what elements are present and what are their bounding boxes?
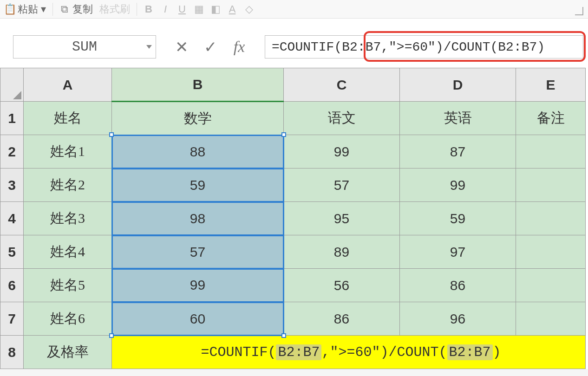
dialog-launcher-icon[interactable] <box>575 7 583 15</box>
col-header-C[interactable]: C <box>284 68 400 102</box>
cell-value: 60 <box>190 311 205 326</box>
cell[interactable]: 97 <box>400 235 516 269</box>
table-row: 6 姓名5 99 56 86 <box>0 269 586 302</box>
grid[interactable]: A B C D E 1 姓名 数学 语文 英语 备注 2 姓名1 88 99 8… <box>0 68 586 369</box>
cell[interactable]: 86 <box>400 269 516 302</box>
separator <box>52 3 53 16</box>
eraser-icon[interactable]: ◇ <box>244 4 254 14</box>
copy-button[interactable]: ⧉ 复制 <box>59 2 93 16</box>
formula-bar: SUM ✕ ✓ fx =COUNTIF(B2:B7,">=60")/COUNT(… <box>0 19 588 63</box>
cell[interactable]: 语文 <box>284 102 400 135</box>
cell[interactable] <box>516 235 586 269</box>
select-all-corner[interactable] <box>0 68 24 102</box>
paste-label: 粘贴 <box>18 2 38 16</box>
col-header-D[interactable]: D <box>400 68 516 102</box>
cell[interactable]: 姓名 <box>24 102 112 135</box>
col-header-A[interactable]: A <box>24 68 112 102</box>
formula-seg: ) <box>493 344 501 360</box>
formula-input[interactable]: =COUNTIF(B2:B7,">=60")/COUNT(B2:B7) <box>265 35 583 58</box>
col-header-E[interactable]: E <box>516 68 586 102</box>
cell[interactable] <box>516 302 586 336</box>
cell[interactable]: 87 <box>400 135 516 169</box>
cell[interactable]: 姓名3 <box>24 202 112 235</box>
ribbon-toolbar: 📋 粘贴 ▾ ⧉ 复制 格式刷 B I U ▦ ◧ A ◇ <box>0 0 588 19</box>
formula-bar-buttons: ✕ ✓ fx <box>173 35 248 58</box>
cell[interactable]: 59 <box>400 202 516 235</box>
active-formula-cell[interactable]: =COUNTIF(B2:B7,">=60")/COUNT(B2:B7) <box>112 336 586 369</box>
cell[interactable]: 姓名2 <box>24 169 112 202</box>
underline-icon[interactable]: U <box>177 4 187 14</box>
format-painter-label: 格式刷 <box>99 2 130 16</box>
cell[interactable]: 60 <box>112 302 284 336</box>
row-header[interactable]: 4 <box>0 202 24 235</box>
italic-icon[interactable]: I <box>160 4 170 14</box>
bold-icon[interactable]: B <box>144 4 154 14</box>
fx-icon[interactable]: fx <box>230 38 248 56</box>
spreadsheet: A B C D E 1 姓名 数学 语文 英语 备注 2 姓名1 88 99 8… <box>0 63 588 369</box>
row-header[interactable]: 2 <box>0 135 24 169</box>
copy-icon: ⧉ <box>59 4 70 14</box>
column-header-row: A B C D E <box>0 68 586 102</box>
table-row: 7 姓名6 60 86 96 <box>0 302 586 336</box>
enter-icon[interactable]: ✓ <box>202 38 219 56</box>
formula-seg: ,">=60")/COUNT( <box>321 344 447 360</box>
cell[interactable]: 59 <box>112 169 284 202</box>
row-header[interactable]: 8 <box>0 336 24 369</box>
row-header[interactable]: 7 <box>0 302 24 336</box>
selection-handle[interactable] <box>109 132 114 137</box>
format-painter-button[interactable]: 格式刷 <box>99 2 130 16</box>
col-header-B[interactable]: B <box>112 68 284 102</box>
borders-icon[interactable]: ▦ <box>194 4 204 14</box>
cell[interactable]: 98 <box>112 202 284 235</box>
cell[interactable]: 99 <box>400 169 516 202</box>
cell[interactable]: 姓名1 <box>24 135 112 169</box>
selection-handle[interactable] <box>281 333 286 338</box>
formula-seg: =COUNTIF( <box>201 344 276 360</box>
cancel-icon[interactable]: ✕ <box>173 38 190 56</box>
cell[interactable]: 备注 <box>516 102 586 135</box>
table-row: 2 姓名1 88 99 87 <box>0 135 586 169</box>
cell[interactable]: 99 <box>284 135 400 169</box>
cell[interactable]: 95 <box>284 202 400 235</box>
selection-handle[interactable] <box>109 333 114 338</box>
selection-handle[interactable] <box>281 132 286 137</box>
name-box[interactable]: SUM <box>13 35 156 58</box>
table-row: 4 姓名3 98 95 59 <box>0 202 586 235</box>
copy-label: 复制 <box>72 2 93 16</box>
cell[interactable] <box>516 169 586 202</box>
cell[interactable]: 86 <box>284 302 400 336</box>
cell[interactable]: 姓名6 <box>24 302 112 336</box>
cell[interactable]: 89 <box>284 235 400 269</box>
cell-value: 88 <box>190 144 205 159</box>
cell[interactable]: 57 <box>284 169 400 202</box>
cell[interactable]: 96 <box>400 302 516 336</box>
cell[interactable]: 及格率 <box>24 336 112 369</box>
formula-ref: B2:B7 <box>447 344 493 360</box>
fill-color-icon[interactable]: ◧ <box>210 4 221 14</box>
cell[interactable]: 88 <box>112 135 284 169</box>
cell[interactable] <box>516 202 586 235</box>
cell[interactable] <box>516 269 586 302</box>
name-box-value: SUM <box>72 39 97 55</box>
table-row: 1 姓名 数学 语文 英语 备注 <box>0 102 586 135</box>
chevron-down-icon[interactable] <box>146 45 152 49</box>
cell[interactable]: 99 <box>112 269 284 302</box>
formula-text: =COUNTIF(B2:B7,">=60")/COUNT(B2:B7) <box>272 40 545 54</box>
cell[interactable] <box>516 135 586 169</box>
row-header[interactable]: 6 <box>0 269 24 302</box>
cell[interactable]: 57 <box>112 235 284 269</box>
cell[interactable]: 数学 <box>112 102 284 135</box>
table-row: 5 姓名4 57 89 97 <box>0 235 586 269</box>
row-header[interactable]: 1 <box>0 102 24 135</box>
font-color-icon[interactable]: A <box>227 4 237 14</box>
paste-button[interactable]: 📋 粘贴 ▾ <box>5 2 46 16</box>
clipboard-icon: 📋 <box>5 4 15 14</box>
separator <box>137 3 137 16</box>
cell[interactable]: 姓名5 <box>24 269 112 302</box>
cell[interactable]: 英语 <box>400 102 516 135</box>
cell[interactable]: 56 <box>284 269 400 302</box>
cell[interactable]: 姓名4 <box>24 235 112 269</box>
row-header[interactable]: 3 <box>0 169 24 202</box>
row-header[interactable]: 5 <box>0 235 24 269</box>
table-row: 3 姓名2 59 57 99 <box>0 169 586 202</box>
